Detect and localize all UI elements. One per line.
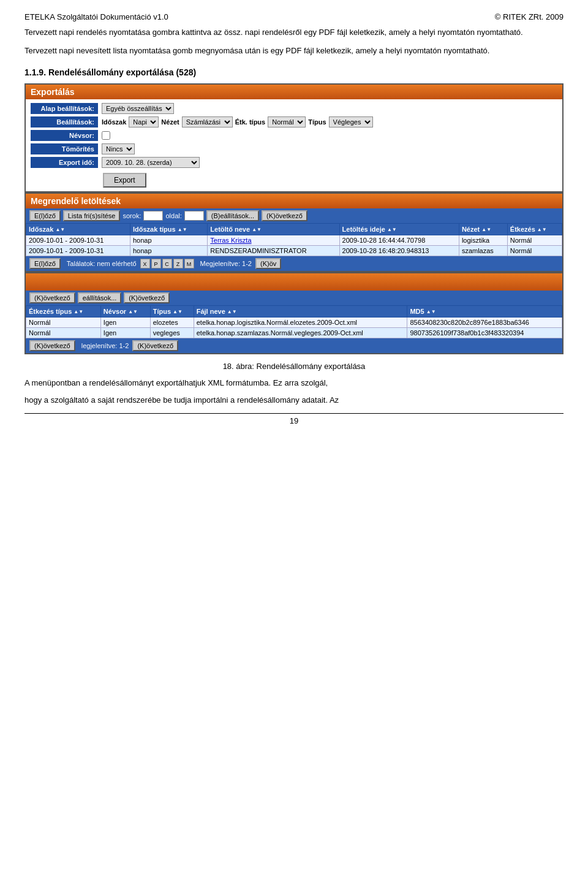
- lower-col-tipus: Típus ▲▼: [150, 306, 194, 318]
- cell-idoszak: 2009-10-01 - 2009-10-31: [26, 235, 130, 246]
- footer-para-2: hogy a szolgáltató a saját rendszerébe b…: [24, 394, 564, 406]
- lower-cell-tipus: vegleges: [150, 328, 194, 338]
- lower-cell-etkezes: Normál: [26, 318, 101, 328]
- megjelenitve-text: Megjelenítve: 1-2: [200, 260, 252, 267]
- tomorities-label: Tömörítés: [31, 143, 98, 154]
- paragraph-1: Tervezett napi rendelés nyomtatása gombr…: [24, 26, 564, 39]
- lower-cell-nevsor: Igen: [100, 318, 150, 328]
- lower-beallitasok-button[interactable]: eállítások...: [78, 292, 122, 303]
- nezet-select[interactable]: Számlázási: [182, 116, 233, 127]
- tipus-sub-label: Típus: [308, 118, 326, 126]
- lower-bottom-toolbar: (K)övetkező legjelenítve: 1-2 (K)övetkez…: [26, 338, 562, 353]
- megrendelo-bottom-next-button[interactable]: (K)öv: [255, 258, 281, 269]
- zip-icon[interactable]: Z: [173, 259, 183, 268]
- table-row: 2009-10-01 - 2009-10-31 honap RENDSZERAD…: [26, 246, 562, 256]
- export-button[interactable]: Export: [103, 173, 146, 188]
- cell-letolto-neve: Terras Kriszta: [208, 235, 339, 246]
- megrendelo-beallitasok-button[interactable]: (B)eállítások...: [206, 210, 259, 221]
- lower-cell-etkezes: Normál: [26, 328, 101, 338]
- lower-table-row: Normál Igen elozetes etelka.honap.logisz…: [26, 318, 562, 328]
- footer-para-1: A menüpontban a rendelésállományt export…: [24, 377, 564, 389]
- page-number: 19: [24, 416, 564, 425]
- cell-letoltes-ideje: 2009-10-28 16:48:20.948313: [339, 246, 459, 256]
- page-divider: [24, 413, 564, 414]
- pdf-icon[interactable]: P: [151, 259, 161, 268]
- cell-idoszak-tipus: honap: [130, 235, 207, 246]
- csv-icon[interactable]: C: [162, 259, 172, 268]
- cell-letoltes-ideje: 2009-10-28 16:44:44.70798: [339, 235, 459, 246]
- col-etkezes: Étkezés ▲▼: [507, 224, 562, 235]
- lower-panel-header: [26, 273, 562, 291]
- lower-toolbar: (K)övetkező eállítások... (K)övetkező: [26, 291, 562, 305]
- megrendelo-prev-button[interactable]: E(l)őző: [29, 210, 61, 221]
- megrendelo-next-button[interactable]: (K)övetkező: [262, 210, 307, 221]
- megrendelo-refresh-button[interactable]: Lista fri(s)sítése: [63, 210, 121, 221]
- col-nezet: Nézet ▲▼: [459, 224, 507, 235]
- megrendelo-table: Időszak ▲▼ Időszak típus ▲▼ Letöltő neve…: [26, 223, 562, 256]
- xls-icon[interactable]: X: [140, 259, 150, 268]
- doc-title-right: © RITEK ZRt. 2009: [495, 12, 564, 21]
- cell-idoszak: 2009-10-01 - 2009-10-31: [26, 246, 130, 256]
- lower-cell-fajl: etelka.honap.szamlazas.Normál.vegleges.2…: [194, 328, 407, 338]
- beallitasok-label: Beállítások:: [31, 116, 98, 127]
- talalatok-text: Találatok: nem elérhető: [67, 260, 137, 267]
- lower-cell-md5: 8563408230c820b2c8976e1883ba6346: [407, 318, 562, 328]
- lower-table-row: Normál Igen vegleges etelka.honap.szamla…: [26, 328, 562, 338]
- alap-label: Alap beállítások:: [31, 103, 98, 114]
- paragraph-2: Tervezett napi nevesített lista nyomtatá…: [24, 45, 564, 57]
- cell-idoszak-tipus: honap: [130, 246, 207, 256]
- lower-col-fajl-neve: Fájl neve ▲▼: [194, 306, 407, 318]
- oldal-input[interactable]: 1: [184, 211, 204, 221]
- doc-title-left: ETELKA Szolgáltatói Dokumentáció v1.0: [24, 12, 168, 21]
- export-panel: Exportálás Alap beállítások: Egyéb össze…: [24, 83, 564, 192]
- etk-select[interactable]: Normál: [268, 116, 306, 127]
- megrendelo-header: Megrendelő letöltések: [26, 194, 562, 208]
- cell-nezet: logisztika: [459, 235, 507, 246]
- col-letolto-neve: Letöltő neve ▲▼: [208, 224, 339, 235]
- lower-col-etkezes-tipus: Étkezés típus ▲▼: [26, 306, 101, 318]
- lower-cell-fajl: etelka.honap.logisztika.Normál.elozetes.…: [194, 318, 407, 328]
- export-panel-header: Exportálás: [26, 85, 562, 99]
- lower-bottom-next-button[interactable]: (K)övetkező: [132, 340, 178, 351]
- cell-nezet: szamlazas: [459, 246, 507, 256]
- nevsor-checkbox[interactable]: [102, 131, 110, 140]
- lower-next-button[interactable]: (K)övetkező: [124, 292, 170, 303]
- alap-select[interactable]: Egyéb összeállítás: [102, 103, 174, 114]
- lower-table: Étkezés típus ▲▼ Névsor ▲▼ Típus ▲▼ Fájl…: [26, 305, 562, 338]
- cell-etkezes: Normál: [507, 246, 562, 256]
- lower-cell-md5: 98073526109f738af0b1c3f483320394: [407, 328, 562, 338]
- lower-col-md5: MD5 ▲▼: [407, 306, 562, 318]
- tomorities-select[interactable]: Nincs: [102, 143, 135, 154]
- figure-caption: 18. ábra: Rendelésállomány exportálása: [24, 362, 564, 371]
- tipus-select[interactable]: Végleges: [329, 116, 373, 127]
- idoszak-sub-label: Időszak: [102, 118, 126, 126]
- export-ido-label: Export idő:: [31, 157, 98, 168]
- oldal-label: oldal:: [165, 212, 181, 219]
- cell-letolto-neve: RENDSZERADMINISZTRATOR: [208, 246, 339, 256]
- sorok-input[interactable]: 10: [143, 211, 163, 221]
- lower-panel: (K)övetkező eállítások... (K)övetkező Ét…: [24, 272, 564, 354]
- megrendelo-bottom-prev-button[interactable]: E(l)őző: [29, 258, 61, 269]
- lower-bottom-prev-button[interactable]: (K)övetkező: [29, 340, 75, 351]
- col-idoszak-tipus: Időszak típus ▲▼: [130, 224, 207, 235]
- idoszak-select[interactable]: Napi: [129, 116, 159, 127]
- lower-cell-nevsor: Igen: [100, 328, 150, 338]
- cell-etkezes: Normál: [507, 235, 562, 246]
- lower-cell-tipus: elozetes: [150, 318, 194, 328]
- icon-row: X P C Z M: [140, 259, 194, 268]
- table-row: 2009-10-01 - 2009-10-31 honap Terras Kri…: [26, 235, 562, 246]
- megrendelo-panel: Megrendelő letöltések E(l)őző Lista fri(…: [24, 192, 564, 272]
- lower-prev-button[interactable]: (K)övetkező: [29, 292, 75, 303]
- xml-icon[interactable]: M: [184, 259, 194, 268]
- section-title: 1.1.9. Rendelésállomány exportálása (528…: [24, 67, 564, 77]
- nevsor-label: Névsor:: [31, 130, 98, 141]
- export-ido-select[interactable]: 2009. 10. 28. (szerda): [102, 157, 200, 168]
- letolto-link[interactable]: Terras Kriszta: [210, 237, 251, 244]
- col-idoszak: Időszak ▲▼: [26, 224, 130, 235]
- sorok-label: sorok:: [123, 212, 141, 219]
- col-letoltes-ideje: Letöltés ideje ▲▼: [339, 224, 459, 235]
- megrendelo-bottom-toolbar: E(l)őző Találatok: nem elérhető X P C Z …: [26, 256, 562, 271]
- megrendelo-toolbar: E(l)őző Lista fri(s)sítése sorok: 10 old…: [26, 208, 562, 223]
- nezet-sub-label: Nézet: [161, 118, 179, 126]
- lower-megjelenitve: legjelenítve: 1-2: [81, 342, 129, 349]
